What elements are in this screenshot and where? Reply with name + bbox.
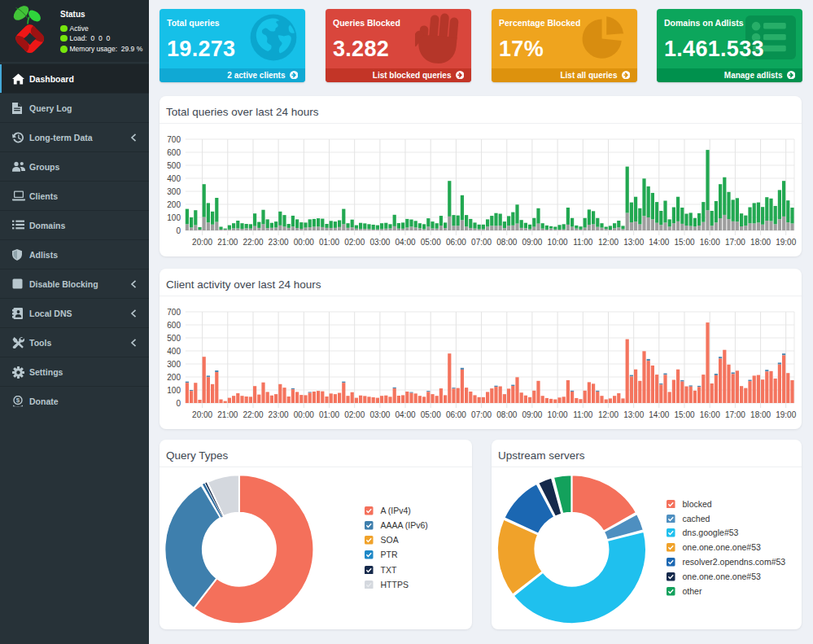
svg-text:05:00: 05:00 (421, 238, 441, 247)
svg-text:300: 300 (167, 187, 181, 196)
svg-text:200: 200 (167, 200, 181, 209)
svg-text:400: 400 (167, 174, 181, 183)
svg-text:02:00: 02:00 (344, 410, 365, 419)
svg-text:14:00: 14:00 (649, 238, 669, 247)
svg-text:04:00: 04:00 (395, 238, 415, 247)
svg-text:08:00: 08:00 (496, 238, 517, 247)
svg-text:100: 100 (167, 213, 181, 222)
svg-text:19:00: 19:00 (776, 410, 796, 419)
svg-text:400: 400 (167, 347, 181, 356)
svg-text:18:00: 18:00 (750, 238, 771, 247)
svg-text:01:00: 01:00 (319, 410, 339, 419)
svg-text:20:00: 20:00 (192, 410, 212, 419)
svg-text:22:00: 22:00 (243, 410, 263, 419)
svg-text:15:00: 15:00 (674, 238, 694, 247)
svg-text:11:00: 11:00 (573, 238, 593, 247)
svg-text:00:00: 00:00 (294, 238, 314, 247)
svg-text:13:00: 13:00 (623, 238, 644, 247)
svg-text:09:00: 09:00 (522, 238, 542, 247)
svg-text:04:00: 04:00 (395, 410, 415, 419)
svg-text:05:00: 05:00 (421, 410, 441, 419)
svg-text:500: 500 (167, 161, 181, 170)
svg-text:07:00: 07:00 (471, 410, 492, 419)
svg-text:200: 200 (167, 373, 181, 382)
svg-text:23:00: 23:00 (269, 238, 289, 247)
svg-text:500: 500 (167, 334, 181, 343)
svg-text:06:00: 06:00 (446, 238, 466, 247)
svg-text:16:00: 16:00 (700, 410, 720, 419)
svg-text:600: 600 (167, 148, 181, 157)
svg-text:13:00: 13:00 (623, 410, 644, 419)
svg-text:0: 0 (176, 226, 181, 235)
svg-text:03:00: 03:00 (369, 238, 390, 247)
svg-text:21:00: 21:00 (217, 238, 238, 247)
svg-text:06:00: 06:00 (446, 410, 466, 419)
svg-text:07:00: 07:00 (471, 238, 492, 247)
svg-text:700: 700 (167, 308, 181, 317)
svg-text:17:00: 17:00 (725, 238, 745, 247)
svg-text:10:00: 10:00 (548, 410, 568, 419)
svg-text:12:00: 12:00 (598, 410, 618, 419)
svg-text:15:00: 15:00 (674, 410, 694, 419)
svg-text:17:00: 17:00 (725, 410, 745, 419)
svg-text:11:00: 11:00 (573, 410, 593, 419)
svg-text:09:00: 09:00 (522, 410, 542, 419)
svg-text:10:00: 10:00 (548, 238, 568, 247)
svg-text:00:00: 00:00 (294, 410, 314, 419)
svg-text:20:00: 20:00 (192, 238, 212, 247)
svg-text:300: 300 (167, 360, 181, 369)
svg-text:0: 0 (176, 399, 181, 408)
svg-text:16:00: 16:00 (700, 238, 720, 247)
svg-text:100: 100 (167, 386, 181, 395)
svg-text:08:00: 08:00 (496, 410, 517, 419)
svg-text:19:00: 19:00 (776, 238, 796, 247)
svg-text:600: 600 (167, 321, 181, 330)
svg-text:03:00: 03:00 (369, 410, 390, 419)
svg-text:01:00: 01:00 (319, 238, 339, 247)
svg-text:700: 700 (167, 135, 181, 144)
svg-text:18:00: 18:00 (750, 410, 771, 419)
svg-text:$: $ (16, 396, 20, 404)
svg-text:22:00: 22:00 (243, 238, 263, 247)
svg-text:02:00: 02:00 (344, 238, 365, 247)
svg-text:14:00: 14:00 (649, 410, 669, 419)
svg-text:12:00: 12:00 (598, 238, 618, 247)
svg-text:21:00: 21:00 (217, 410, 238, 419)
svg-text:23:00: 23:00 (269, 410, 289, 419)
